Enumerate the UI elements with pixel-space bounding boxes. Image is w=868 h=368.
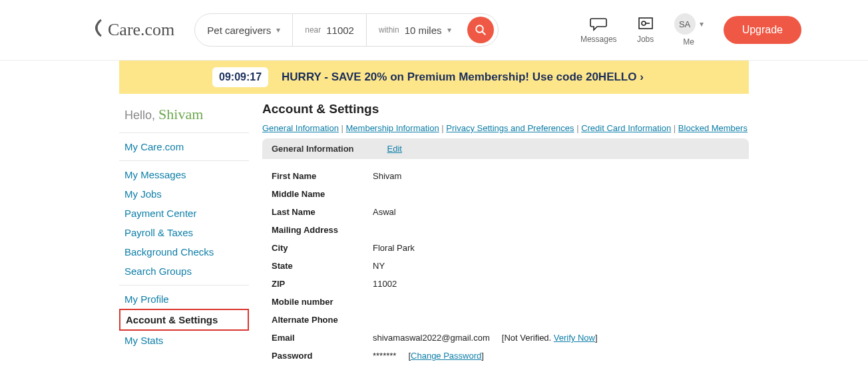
sidebar: Hello, Shivam My Care.com My Messages My… [119, 102, 249, 368]
value-state: NY [373, 261, 385, 271]
nav-messages-label: Messages [580, 35, 617, 44]
bracket-open: [Not Verified. [502, 333, 554, 343]
header: Care.com Pet caregivers ▾ near 11002 wit… [0, 0, 868, 61]
within-value: 10 miles [405, 25, 442, 36]
chevron-down-icon: ▾ [700, 19, 704, 29]
within-label: within [379, 25, 399, 35]
promo-text: HURRY - SAVE 20% on Premium Membership! … [282, 71, 644, 84]
greeting-name: Shivam [158, 106, 203, 122]
sidebar-group: My Profile Account & Settings My Stats [119, 285, 249, 354]
label-mobile: Mobile number [272, 297, 373, 307]
greeting: Hello, Shivam [119, 106, 249, 123]
settings-panel: Account & Settings General Information |… [262, 102, 749, 368]
tab-general-information[interactable]: General Information [262, 123, 339, 133]
nav-me-label: Me [683, 37, 694, 47]
general-info-body: First Name Shivam Middle Name Last Name … [262, 159, 749, 368]
value-password: ******* [373, 351, 396, 361]
search-category-value: Pet caregivers [207, 25, 271, 36]
nav-jobs[interactable]: Jobs [637, 16, 654, 44]
email-verification-note: [Not Verified. Verify Now] [502, 333, 598, 343]
sidebar-item-search-groups[interactable]: Search Groups [119, 262, 249, 281]
change-password-note: [Change Password] [408, 351, 483, 361]
row-email: Email shivamaswal2022@gmail.com [Not Ver… [272, 329, 740, 347]
label-mailing: Mailing Address [272, 225, 373, 235]
label-zip: ZIP [272, 279, 373, 289]
change-password-link[interactable]: Change Password [411, 351, 481, 361]
label-alt-phone: Alternate Phone [272, 315, 373, 325]
sidebar-item-my-jobs[interactable]: My Jobs [119, 184, 249, 204]
near-value: 11002 [326, 25, 354, 36]
header-right: Messages Jobs SA ▾ Me Upgrade [580, 13, 801, 47]
search-within[interactable]: within 10 miles ▾ [367, 14, 463, 46]
chevron-down-icon: ▾ [276, 25, 280, 35]
value-zip: 11002 [373, 279, 397, 289]
logo[interactable]: Care.com [87, 18, 174, 42]
value-password-wrap: ******* [Change Password] [373, 351, 484, 361]
row-city: City Floral Park [272, 239, 740, 257]
search-near[interactable]: near 11002 [293, 14, 367, 46]
value-last-name: Aswal [373, 207, 396, 217]
value-email-wrap: shivamaswal2022@gmail.com [Not Verified.… [373, 333, 598, 343]
edit-link[interactable]: Edit [387, 144, 402, 154]
bracket-close: ] [481, 351, 484, 361]
sidebar-item-my-messages[interactable]: My Messages [119, 165, 249, 184]
verify-now-link[interactable]: Verify Now [554, 333, 595, 343]
value-email: shivamaswal2022@gmail.com [373, 333, 490, 343]
row-zip: ZIP 11002 [272, 275, 740, 293]
svg-line-1 [482, 31, 485, 35]
speech-bubble-icon [589, 16, 608, 32]
row-last-name: Last Name Aswal [272, 203, 740, 221]
logo-arc-icon [87, 18, 107, 42]
section-header: General Information Edit [262, 138, 749, 159]
row-state: State NY [272, 257, 740, 275]
main: Hello, Shivam My Care.com My Messages My… [119, 102, 749, 368]
jobs-icon [637, 16, 654, 32]
sidebar-item-account-settings[interactable]: Account & Settings [119, 309, 249, 331]
tab-links: General Information | Membership Informa… [262, 123, 749, 133]
label-first-name: First Name [272, 171, 373, 181]
sidebar-item-payment-center[interactable]: Payment Center [119, 204, 249, 223]
row-middle-name: Middle Name [272, 185, 740, 203]
promo-countdown: 09:09:17 [212, 67, 268, 87]
section-title: General Information [272, 144, 354, 154]
sidebar-item-my-care[interactable]: My Care.com [119, 137, 249, 156]
sidebar-item-background-checks[interactable]: Background Checks [119, 242, 249, 262]
search-icon [475, 24, 487, 36]
tab-blocked-members[interactable]: Blocked Members [678, 123, 748, 133]
greeting-prefix: Hello, [124, 108, 158, 122]
search-bar: Pet caregivers ▾ near 11002 within 10 mi… [194, 13, 498, 47]
row-mobile: Mobile number [272, 293, 740, 311]
search-category[interactable]: Pet caregivers ▾ [195, 14, 293, 46]
tab-privacy-settings[interactable]: Privacy Settings and Preferences [446, 123, 574, 133]
sidebar-list: My Care.com My Messages My Jobs Payment … [119, 132, 249, 354]
sidebar-group: My Care.com [119, 133, 249, 161]
value-city: Floral Park [373, 243, 415, 253]
label-city: City [272, 243, 373, 253]
label-middle-name: Middle Name [272, 189, 373, 199]
sidebar-group: My Messages My Jobs Payment Center Payro… [119, 161, 249, 285]
content-wrap: 09:09:17 HURRY - SAVE 20% on Premium Mem… [119, 61, 749, 368]
sidebar-item-my-profile[interactable]: My Profile [119, 289, 249, 309]
promo-banner[interactable]: 09:09:17 HURRY - SAVE 20% on Premium Mem… [119, 61, 749, 94]
sidebar-item-payroll-taxes[interactable]: Payroll & Taxes [119, 223, 249, 242]
row-first-name: First Name Shivam [272, 167, 740, 185]
avatar: SA [674, 13, 696, 35]
nav-jobs-label: Jobs [637, 35, 654, 44]
tab-credit-card[interactable]: Credit Card Information [581, 123, 671, 133]
nav-me[interactable]: SA ▾ Me [674, 13, 704, 47]
nav-messages[interactable]: Messages [580, 16, 617, 44]
value-first-name: Shivam [373, 171, 401, 181]
logo-text: Care.com [108, 20, 174, 40]
row-password: Password ******* [Change Password] [272, 347, 740, 365]
upgrade-button[interactable]: Upgrade [724, 16, 801, 44]
label-password: Password [272, 351, 373, 361]
tab-membership-information[interactable]: Membership Information [346, 123, 439, 133]
search-button[interactable] [467, 17, 494, 43]
chevron-down-icon: ▾ [447, 25, 451, 35]
sidebar-item-my-stats[interactable]: My Stats [119, 331, 249, 350]
row-mailing: Mailing Address [272, 221, 740, 239]
page-title: Account & Settings [262, 102, 749, 116]
svg-point-3 [642, 21, 646, 25]
row-alt-phone: Alternate Phone [272, 311, 740, 329]
near-label: near [305, 25, 321, 35]
